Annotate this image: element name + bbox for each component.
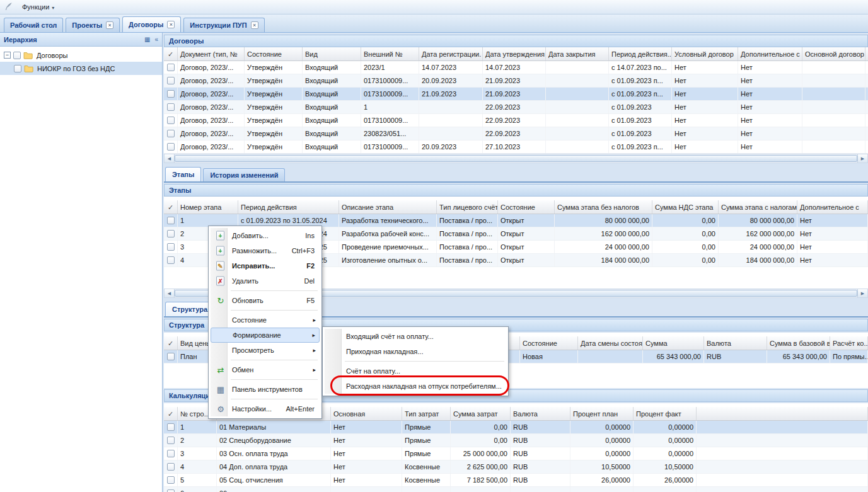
column-header[interactable]: Дата регистрации. <box>419 47 483 60</box>
tree-node-checkbox[interactable] <box>13 52 21 59</box>
row-checkbox[interactable] <box>167 143 175 151</box>
row-checkbox[interactable] <box>167 423 175 431</box>
column-header[interactable]: Ц <box>865 47 868 60</box>
row-checkbox[interactable] <box>167 450 175 457</box>
column-header[interactable]: Процент план <box>570 407 634 420</box>
column-header[interactable]: Тип лицевого счёт <box>437 200 498 214</box>
table-row[interactable]: 303 Осн. оплата трудаНетПрямые25 000 000… <box>164 447 868 461</box>
scroll-left-icon[interactable] <box>165 154 175 163</box>
column-header[interactable]: Период действия <box>238 200 339 214</box>
column-header[interactable] <box>697 407 868 420</box>
column-header[interactable]: Документ (тип, № <box>178 47 245 60</box>
column-header[interactable]: Сумма в базовой в <box>767 336 830 350</box>
column-header[interactable]: Сумма <box>643 336 704 350</box>
table-row[interactable]: Договор, 2023/...УтверждёнВходящий122.09… <box>164 101 868 114</box>
scroll-left-icon[interactable] <box>165 289 175 297</box>
column-header[interactable]: Номер этапа <box>178 200 238 214</box>
menubar-item[interactable]: Функции <box>18 1 67 13</box>
tree-node[interactable]: НИОКР по ГОЗ без НДС <box>0 62 162 75</box>
column-header[interactable]: Внешний № <box>361 47 419 60</box>
section-tab[interactable]: История изменений <box>203 168 285 181</box>
column-header[interactable]: Условный договор <box>672 47 738 60</box>
column-header[interactable]: Сумма этапа с налогами <box>719 200 797 214</box>
row-checkbox[interactable] <box>167 463 175 471</box>
table-row[interactable]: 202 СпецоборудованиеНетПрямые0,00RUB0,00… <box>164 434 868 447</box>
column-header[interactable]: Период действия... <box>609 47 672 60</box>
row-checkbox[interactable] <box>167 64 175 71</box>
column-header[interactable]: Процент факт <box>634 407 697 420</box>
menu-item[interactable]: +Размножить...Ctrl+F3 <box>211 243 320 258</box>
menu-item[interactable]: ✗УдалитьDel <box>211 273 320 289</box>
column-header[interactable]: Вид <box>303 47 361 60</box>
menu-item[interactable]: Входящий счёт на оплату... <box>325 329 506 344</box>
menu-item[interactable]: ↻ОбновитьF5 <box>211 293 320 308</box>
column-header[interactable]: Дата утверждения <box>483 47 546 60</box>
table-row[interactable]: 404 Доп. оплата трудаНетКосвенные2 625 0… <box>164 461 868 474</box>
column-header[interactable]: Сумма НДС этапа <box>652 200 719 214</box>
scroll-thumb[interactable] <box>175 155 857 162</box>
tab-close-icon[interactable]: × <box>251 21 258 29</box>
column-header[interactable] <box>164 407 178 420</box>
menu-item[interactable]: Просмотреть <box>211 343 320 358</box>
column-header[interactable]: Дополнительное с <box>797 200 868 214</box>
column-header[interactable]: Состояние <box>498 200 555 214</box>
scroll-right-icon[interactable] <box>857 289 867 297</box>
table-row[interactable]: 505 Соц. отчисленияНетКосвенные7 182 500… <box>164 474 868 487</box>
menu-item[interactable]: +Добавить...Ins <box>211 228 320 243</box>
table-row[interactable]: Договор, 2023/...УтверждёнВходящий017310… <box>164 140 868 154</box>
column-header[interactable]: Валюта <box>704 336 767 350</box>
main-tab[interactable]: Проекты× <box>66 18 120 32</box>
collapse-sidebar-icon[interactable]: « <box>154 36 158 43</box>
tree-expander-icon[interactable] <box>4 52 11 59</box>
menu-item[interactable]: ▦Панель инструментов <box>211 382 320 397</box>
menu-item[interactable]: Состояние <box>211 312 320 328</box>
table-row[interactable]: 606 ... <box>164 487 868 492</box>
table-row[interactable]: Договор, 2023/...УтверждёнВходящий2023/1… <box>164 61 868 74</box>
contracts-hscrollbar[interactable] <box>164 154 868 163</box>
tab-close-icon[interactable]: × <box>167 21 175 28</box>
main-tab[interactable]: Рабочий стол <box>4 18 63 32</box>
menu-item[interactable]: ⚙Настройки...Alt+Enter <box>211 401 320 416</box>
table-row[interactable]: Договор, 2023/...УтверждёнВходящий017310… <box>164 88 868 101</box>
row-checkbox[interactable] <box>167 217 175 224</box>
column-header[interactable]: Состояние <box>245 47 303 60</box>
section-tab[interactable]: Этапы <box>165 167 201 181</box>
row-checkbox[interactable] <box>167 489 175 492</box>
row-checkbox[interactable] <box>167 230 175 237</box>
menu-item[interactable]: Приходная накладная... <box>325 344 506 359</box>
row-checkbox[interactable] <box>167 476 175 484</box>
scroll-right-icon[interactable] <box>857 154 867 163</box>
row-checkbox[interactable] <box>167 243 175 251</box>
column-header[interactable] <box>164 336 178 350</box>
column-header[interactable] <box>164 200 178 214</box>
column-header[interactable]: Валюта <box>511 407 570 420</box>
column-header[interactable]: Основная <box>331 407 402 420</box>
column-header[interactable]: Дата смены состоя <box>578 336 643 350</box>
row-checkbox[interactable] <box>167 90 175 98</box>
column-header[interactable] <box>164 47 178 60</box>
column-header[interactable]: Дата закрытия <box>546 47 609 60</box>
row-checkbox[interactable] <box>167 103 175 111</box>
column-header[interactable]: Тип затрат <box>402 407 451 420</box>
table-row[interactable]: Договор, 2023/...УтверждёнВходящий017310… <box>164 74 868 88</box>
row-checkbox[interactable] <box>167 130 175 137</box>
row-checkbox[interactable] <box>167 437 175 444</box>
tree-node-checkbox[interactable] <box>14 65 21 72</box>
hierarchy-view-icon[interactable]: ▦ <box>144 36 150 43</box>
row-checkbox[interactable] <box>167 256 175 264</box>
tree-node[interactable]: Договоры <box>0 49 162 62</box>
menu-item[interactable]: ✎Исправить...F2 <box>211 258 320 273</box>
main-tab[interactable]: Договоры× <box>122 16 181 32</box>
table-row[interactable]: 101 МатериалыНетПрямые0,00RUB0,000000,00… <box>164 421 868 434</box>
table-row[interactable]: Договор, 2023/...УтверждёнВходящий017310… <box>164 114 868 127</box>
menu-item[interactable]: Формирование <box>211 328 320 343</box>
row-checkbox[interactable] <box>167 77 175 84</box>
row-checkbox[interactable] <box>167 353 175 360</box>
table-row[interactable]: Договор, 2023/...УтверждёнВходящий230823… <box>164 127 868 140</box>
column-header[interactable]: Сумма затрат <box>451 407 511 420</box>
column-header[interactable]: Расчёт ко... <box>830 336 868 350</box>
column-header[interactable]: Дополнительное с <box>738 47 802 60</box>
main-tab[interactable]: Инструкции ПУП× <box>183 18 264 32</box>
tab-close-icon[interactable]: × <box>106 21 113 29</box>
column-header[interactable]: Описание этапа <box>339 200 437 214</box>
